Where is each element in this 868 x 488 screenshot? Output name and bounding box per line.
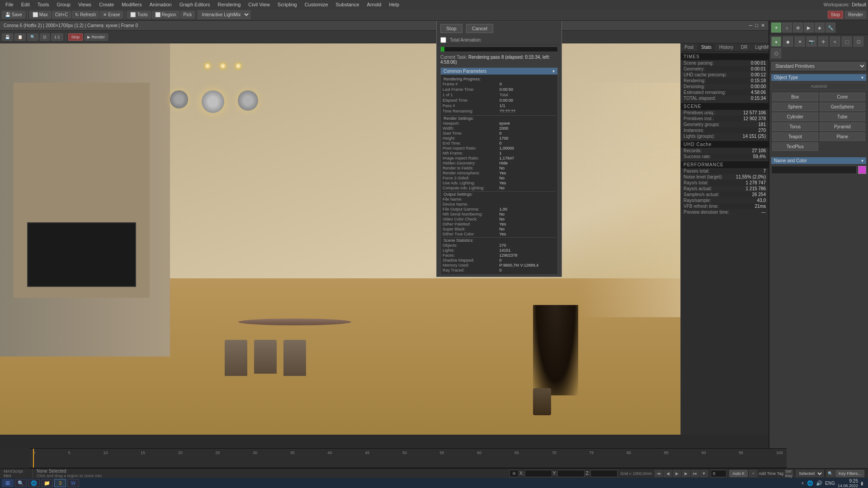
utilities-panel-icon[interactable]: 🔧 <box>826 23 835 33</box>
vfb-zoom-btn[interactable]: 🔍 <box>27 33 38 41</box>
standard-primitives-dropdown[interactable]: Standard Primitives <box>769 60 868 72</box>
teapot-button[interactable]: Teapot <box>772 132 818 141</box>
menu-edit[interactable]: Edit <box>18 1 33 8</box>
geosphere-button[interactable]: GeoSphere <box>820 103 866 111</box>
en-label[interactable]: ENG <box>825 481 835 486</box>
auto-key-button[interactable]: Auto K <box>729 470 748 477</box>
up-arrow-icon[interactable]: ∧ <box>801 481 804 485</box>
menu-scripting[interactable]: Scripting <box>274 1 301 8</box>
render-button[interactable]: Render <box>845 11 866 19</box>
menu-create[interactable]: Create <box>95 1 118 8</box>
start-button[interactable]: ⊞ <box>2 479 14 487</box>
create-panel-icon[interactable]: ✦ <box>771 23 781 33</box>
zoom-icon[interactable]: 🔍 <box>826 470 835 477</box>
key-filters-button[interactable]: Key Filters... <box>835 470 864 477</box>
textplus-button[interactable]: TextPlus <box>772 142 818 151</box>
z-input[interactable] <box>590 470 618 477</box>
goto-end-button[interactable]: ⏭ <box>691 470 699 477</box>
tube-button[interactable]: Tube <box>820 113 866 121</box>
vfb-render-btn[interactable]: ▶ Render <box>84 33 108 41</box>
menu-animation[interactable]: Animation <box>146 1 175 8</box>
menu-views[interactable]: Views <box>75 1 95 8</box>
interactive-lightmix-dropdown[interactable]: Interactive LightMix <box>198 10 250 19</box>
prev-frame-button[interactable]: ◀ <box>664 470 672 477</box>
y-input[interactable] <box>557 470 585 477</box>
volume-icon[interactable]: 🔊 <box>816 480 822 486</box>
menu-customize[interactable]: Customize <box>301 1 332 8</box>
menu-civil-view[interactable]: Civil View <box>245 1 273 8</box>
maximize-icon[interactable]: □ <box>755 23 758 28</box>
name-input[interactable] <box>771 166 857 174</box>
region-button[interactable]: ⬜ Region <box>152 11 179 19</box>
helpers-icon[interactable]: ✛ <box>818 37 828 47</box>
lightmix-tab[interactable]: LightMix <box>751 43 769 51</box>
display-panel-icon[interactable]: ◈ <box>815 23 825 33</box>
max-button[interactable]: ⬜ Max <box>29 11 51 19</box>
spacewarp-icon[interactable]: ≈ <box>830 37 840 47</box>
show-desktop-icon[interactable]: ▮ <box>861 481 863 486</box>
refresh-button[interactable]: ↻ Refresh <box>72 11 99 19</box>
vfb-zoom-fit-btn[interactable]: ⊡ <box>40 33 50 41</box>
menu-help[interactable]: Help <box>385 1 403 8</box>
torus-button[interactable]: Torus <box>772 122 818 131</box>
stats-tab[interactable]: Stats <box>698 43 716 51</box>
color-swatch[interactable] <box>858 166 866 174</box>
dialog-stop-button[interactable]: Stop <box>440 24 462 33</box>
lights-icon[interactable]: ☀ <box>795 37 805 47</box>
menu-file[interactable]: File <box>2 1 17 8</box>
sphere-button[interactable]: Sphere <box>772 103 818 111</box>
chrome-taskbar-btn[interactable]: 🌐 <box>28 479 40 487</box>
plane-button[interactable]: Plane <box>820 132 866 141</box>
history-tab[interactable]: History <box>716 43 737 51</box>
add-time-tag-button[interactable]: + <box>749 470 757 477</box>
play-button[interactable]: ▶ <box>673 470 681 477</box>
vfb-save-btn[interactable]: 💾 <box>2 33 13 41</box>
menu-substance[interactable]: Substance <box>332 1 363 8</box>
vfb-stop-btn[interactable]: Stop <box>68 33 83 41</box>
tools-button[interactable]: ⬜ Tools <box>127 11 151 19</box>
erase-button[interactable]: ✕ Erase <box>100 11 123 19</box>
menu-arnold[interactable]: Arnold <box>363 1 385 8</box>
menu-group[interactable]: Group <box>53 1 74 8</box>
cylinder-button[interactable]: Cylinder <box>772 113 818 121</box>
word-taskbar-btn[interactable]: W <box>67 479 79 487</box>
menu-tools[interactable]: Tools <box>34 1 53 8</box>
post-tab[interactable]: Post <box>681 43 698 51</box>
pick-button[interactable]: Pick <box>180 11 195 19</box>
vfb-copy-btn[interactable]: 📋 <box>14 33 26 41</box>
close-icon[interactable]: ✕ <box>761 23 765 28</box>
3dsmax-taskbar-btn[interactable]: 3 <box>54 479 66 487</box>
goto-start-button[interactable]: ⏮ <box>655 470 663 477</box>
selected-dropdown[interactable]: Selected <box>796 470 824 477</box>
modify-panel-icon[interactable]: ⌂ <box>782 23 792 33</box>
menu-graph-editors[interactable]: Graph Editors <box>176 1 214 8</box>
dr-tab[interactable]: DR <box>737 43 751 51</box>
vfb-zoom-100-btn[interactable]: 1:1 <box>51 33 63 41</box>
menu-rendering[interactable]: Rendering <box>214 1 245 8</box>
network-icon[interactable]: 🌐 <box>807 480 813 486</box>
extra1-icon[interactable]: ⬡ <box>854 37 863 47</box>
cone-button[interactable]: Cone <box>820 93 866 101</box>
explorer-taskbar-btn[interactable]: 📁 <box>41 479 53 487</box>
extra2-icon[interactable]: ⬡ <box>771 48 781 58</box>
menu-modifiers[interactable]: Modifiers <box>118 1 146 8</box>
search-taskbar-btn[interactable]: 🔍 <box>15 479 27 487</box>
motion-panel-icon[interactable]: ▶ <box>804 23 814 33</box>
ctrl-c-button[interactable]: Ctrl+C <box>52 11 71 19</box>
name-color-header[interactable]: Name and Color ▾ <box>771 157 866 164</box>
total-anim-checkbox[interactable] <box>440 37 446 43</box>
next-frame-button[interactable]: ▶ <box>682 470 690 477</box>
cameras-icon[interactable]: 📷 <box>807 37 816 47</box>
hierarchy-panel-icon[interactable]: ⊕ <box>793 23 803 33</box>
geometry-icon[interactable]: ● <box>771 37 781 47</box>
frame-input[interactable] <box>711 470 726 477</box>
save-button[interactable]: 💾 Save <box>2 11 25 19</box>
common-params-header[interactable]: Common Parameters ▾ <box>441 68 557 75</box>
play-options-button[interactable]: ▼ <box>700 470 708 477</box>
dialog-cancel-button[interactable]: Cancel <box>466 24 493 33</box>
systems-icon[interactable]: ⬚ <box>842 37 852 47</box>
shapes-icon[interactable]: ◆ <box>783 37 793 47</box>
object-type-header[interactable]: Object Type ▾ <box>771 74 866 81</box>
x-input[interactable] <box>525 470 552 477</box>
box-button[interactable]: Box <box>772 93 818 101</box>
